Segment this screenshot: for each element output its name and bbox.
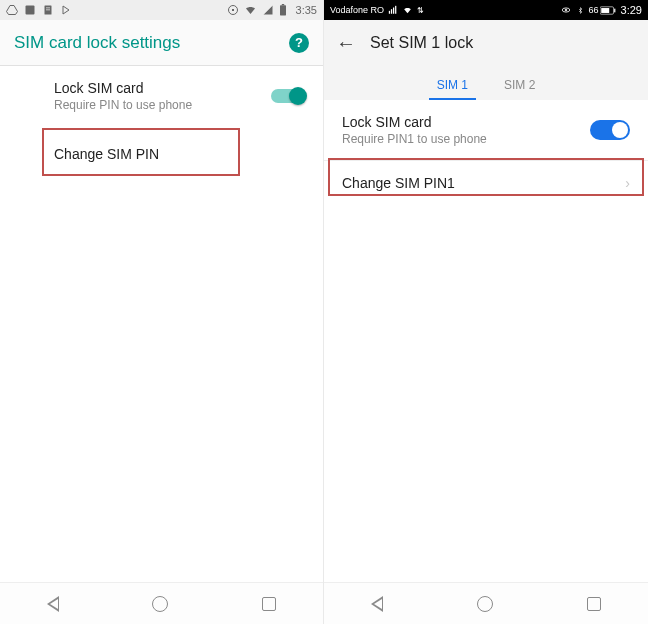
wifi-icon [244, 4, 257, 16]
lock-sim-title: Lock SIM card [342, 114, 590, 130]
content-area: Lock SIM card Require PIN to use phone C… [0, 66, 323, 582]
nav-back-icon[interactable] [47, 596, 59, 612]
eye-icon [560, 5, 572, 15]
lock-sim-subtitle: Require PIN1 to use phone [342, 132, 590, 146]
lock-sim-subtitle: Require PIN to use phone [54, 98, 271, 112]
header-bar: ← Set SIM 1 lock [324, 20, 648, 66]
change-pin-title: Change SIM PIN [54, 146, 305, 162]
svg-rect-0 [26, 6, 35, 15]
nav-home-icon[interactable] [152, 596, 168, 612]
svg-rect-11 [395, 6, 396, 14]
nav-bar [324, 582, 648, 624]
back-icon[interactable]: ← [336, 32, 356, 55]
lock-sim-toggle[interactable] [590, 120, 630, 140]
page-title: Set SIM 1 lock [370, 34, 473, 52]
chevron-right-icon: › [625, 175, 630, 191]
tab-sim1[interactable]: SIM 1 [433, 72, 472, 100]
wifi-icon [402, 5, 413, 15]
nav-recents-icon[interactable] [262, 597, 276, 611]
lock-sim-toggle[interactable] [271, 89, 305, 103]
tab-sim2[interactable]: SIM 2 [500, 72, 539, 100]
svg-rect-8 [389, 11, 390, 14]
drive-icon [6, 4, 18, 16]
svg-point-13 [565, 9, 567, 11]
svg-rect-16 [614, 8, 615, 12]
help-icon[interactable]: ? [289, 33, 309, 53]
svg-rect-9 [391, 9, 392, 14]
status-bar: 3:35 [0, 0, 323, 20]
clock-text: 3:35 [296, 4, 317, 16]
svg-rect-5 [232, 9, 234, 11]
nav-home-icon[interactable] [477, 596, 493, 612]
nav-recents-icon[interactable] [587, 597, 601, 611]
change-pin-row[interactable]: Change SIM PIN [0, 126, 323, 182]
svg-rect-7 [281, 4, 283, 5]
svg-rect-6 [280, 5, 286, 15]
status-bar: Vodafone RO ⇅ 66 3:29 [324, 0, 648, 20]
signal-icon [388, 5, 398, 15]
bluetooth-icon [577, 5, 584, 16]
image-icon [24, 4, 36, 16]
svg-rect-10 [393, 8, 394, 14]
change-pin-row[interactable]: Change SIM PIN1 › [324, 160, 648, 205]
battery-text: 66 [589, 5, 599, 15]
phone-right: Vodafone RO ⇅ 66 3:29 ← Set SIM 1 lock S… [324, 0, 648, 624]
rotate-icon [227, 4, 239, 16]
carrier-text: Vodafone RO [330, 5, 384, 15]
battery-icon [600, 6, 616, 15]
nav-back-icon[interactable] [371, 596, 383, 612]
document-icon [42, 4, 54, 16]
volte-icon: ⇅ [417, 6, 424, 15]
svg-rect-2 [46, 8, 50, 9]
change-pin-title: Change SIM PIN1 [342, 175, 625, 191]
svg-rect-3 [46, 10, 50, 11]
lock-sim-row[interactable]: Lock SIM card Require PIN to use phone [0, 66, 323, 126]
header-bar: SIM card lock settings ? [0, 20, 323, 66]
page-title: SIM card lock settings [14, 33, 289, 53]
content-area: Lock SIM card Require PIN1 to use phone … [324, 100, 648, 582]
sim-tabs: SIM 1 SIM 2 [324, 66, 648, 100]
svg-rect-15 [601, 8, 609, 13]
phone-left: 3:35 SIM card lock settings ? Lock SIM c… [0, 0, 324, 624]
battery-icon [279, 4, 287, 16]
clock-text: 3:29 [621, 4, 642, 16]
nav-bar [0, 582, 323, 624]
signal-icon [262, 4, 274, 16]
play-icon [60, 4, 72, 16]
lock-sim-title: Lock SIM card [54, 80, 271, 96]
lock-sim-row[interactable]: Lock SIM card Require PIN1 to use phone [324, 100, 648, 160]
